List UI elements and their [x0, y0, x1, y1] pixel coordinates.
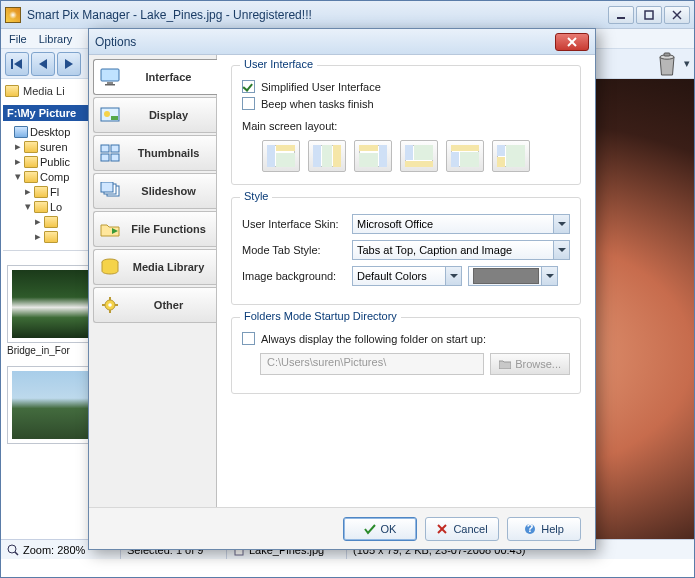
- combo-bg[interactable]: Default Colors: [352, 266, 462, 286]
- checkbox-beep[interactable]: [242, 97, 255, 110]
- label-always-folder: Always display the following folder on s…: [261, 333, 486, 345]
- chevron-down-icon: [553, 241, 569, 259]
- svg-rect-16: [107, 82, 113, 84]
- svg-rect-24: [111, 154, 119, 161]
- svg-rect-22: [111, 145, 119, 152]
- svg-rect-20: [111, 116, 118, 120]
- svg-rect-51: [414, 145, 433, 160]
- group-user-interface: User Interface Simplified User Interface…: [231, 65, 581, 185]
- group-style: Style User Interface Skin: Microsoft Off…: [231, 197, 581, 305]
- svg-rect-21: [101, 145, 109, 152]
- tab-display[interactable]: Display: [93, 97, 217, 133]
- nav-next-button[interactable]: [57, 52, 81, 76]
- svg-rect-59: [506, 145, 525, 167]
- window-title: Smart Pix Manager - Lake_Pines.jpg - Unr…: [27, 8, 608, 22]
- trash-icon[interactable]: [656, 51, 678, 77]
- svg-rect-23: [101, 154, 109, 161]
- minimize-button[interactable]: [608, 6, 634, 24]
- layout-option-1[interactable]: [262, 140, 300, 172]
- folder-icon: [499, 359, 511, 369]
- svg-rect-49: [405, 161, 433, 167]
- svg-rect-43: [322, 145, 332, 167]
- layout-option-6[interactable]: [492, 140, 530, 172]
- tab-thumbnails[interactable]: Thumbnails: [93, 135, 217, 171]
- cancel-button[interactable]: Cancel: [425, 517, 499, 541]
- svg-rect-41: [313, 145, 321, 167]
- layout-option-3[interactable]: [354, 140, 392, 172]
- app-icon: [5, 7, 21, 23]
- folder-icon: [5, 85, 19, 97]
- chevron-down-icon: [553, 215, 569, 233]
- svg-rect-38: [276, 145, 295, 151]
- svg-rect-27: [101, 182, 113, 192]
- combo-bg-color[interactable]: [468, 266, 558, 286]
- tab-other[interactable]: Other: [93, 287, 217, 323]
- status-zoom: Zoom: 280%: [23, 544, 85, 556]
- svg-rect-9: [664, 53, 670, 56]
- tab-interface[interactable]: Interface: [93, 59, 217, 95]
- thumbnail-1[interactable]: [7, 265, 101, 343]
- thumbnails-icon: [100, 144, 120, 162]
- main-titlebar[interactable]: Smart Pix Manager - Lake_Pines.jpg - Unr…: [1, 1, 694, 29]
- zoom-icon: [7, 544, 19, 556]
- checkbox-always-folder[interactable]: [242, 332, 255, 345]
- svg-point-19: [104, 111, 110, 117]
- folder-arrow-icon: [100, 220, 120, 238]
- display-icon: [100, 106, 120, 124]
- svg-rect-17: [105, 84, 115, 86]
- svg-rect-45: [379, 145, 387, 167]
- svg-rect-39: [276, 153, 295, 167]
- close-button[interactable]: [664, 6, 690, 24]
- svg-rect-1: [645, 11, 653, 19]
- group-title-style: Style: [240, 190, 272, 202]
- svg-rect-58: [497, 157, 505, 167]
- help-icon: ?: [524, 523, 536, 535]
- slideshow-icon: [100, 182, 120, 200]
- tab-file-functions[interactable]: File Functions: [93, 211, 217, 247]
- label-simplified-ui: Simplified User Interface: [261, 81, 381, 93]
- svg-marker-5: [14, 59, 22, 69]
- color-swatch: [473, 268, 539, 284]
- svg-point-31: [108, 303, 112, 307]
- dialog-footer: OK Cancel ? Help: [89, 507, 595, 549]
- options-dialog: Options Interface Display Thumbnails Sli…: [88, 28, 596, 550]
- thumbnail-2[interactable]: [7, 366, 101, 444]
- dialog-title: Options: [95, 35, 555, 49]
- ok-button[interactable]: OK: [343, 517, 417, 541]
- tab-slideshow[interactable]: Slideshow: [93, 173, 217, 209]
- startup-path-input[interactable]: C:\Users\suren\Pictures\: [260, 353, 484, 375]
- menu-file[interactable]: File: [9, 33, 27, 45]
- svg-rect-42: [333, 145, 341, 167]
- svg-rect-46: [359, 145, 378, 151]
- options-page-interface: User Interface Simplified User Interface…: [216, 55, 595, 507]
- dialog-titlebar[interactable]: Options: [89, 29, 595, 55]
- combo-skin[interactable]: Microsoft Office: [352, 214, 570, 234]
- maximize-button[interactable]: [636, 6, 662, 24]
- layout-option-5[interactable]: [446, 140, 484, 172]
- chevron-down-icon: [445, 267, 461, 285]
- nav-first-button[interactable]: [5, 52, 29, 76]
- label-skin: User Interface Skin:: [242, 218, 346, 230]
- svg-rect-37: [267, 145, 275, 167]
- layout-option-2[interactable]: [308, 140, 346, 172]
- svg-rect-4: [11, 59, 13, 69]
- combo-tabstyle[interactable]: Tabs at Top, Caption and Image: [352, 240, 570, 260]
- label-layout: Main screen layout:: [242, 120, 570, 132]
- layout-options: [242, 140, 570, 172]
- checkbox-simplified-ui[interactable]: [242, 80, 255, 93]
- media-library-label: Media Li: [23, 85, 65, 97]
- layout-option-4[interactable]: [400, 140, 438, 172]
- help-button[interactable]: ? Help: [507, 517, 581, 541]
- svg-marker-7: [65, 59, 73, 69]
- dialog-close-button[interactable]: [555, 33, 589, 51]
- menu-library[interactable]: Library: [39, 33, 73, 45]
- tab-media-library[interactable]: Media Library: [93, 249, 217, 285]
- dropdown-arrow-icon[interactable]: ▾: [684, 57, 690, 70]
- label-bg: Image background:: [242, 270, 346, 282]
- database-icon: [100, 258, 120, 276]
- group-title-ui: User Interface: [240, 58, 317, 70]
- monitor-icon: [100, 68, 120, 86]
- browse-button[interactable]: Browse...: [490, 353, 570, 375]
- svg-rect-47: [359, 153, 378, 167]
- nav-prev-button[interactable]: [31, 52, 55, 76]
